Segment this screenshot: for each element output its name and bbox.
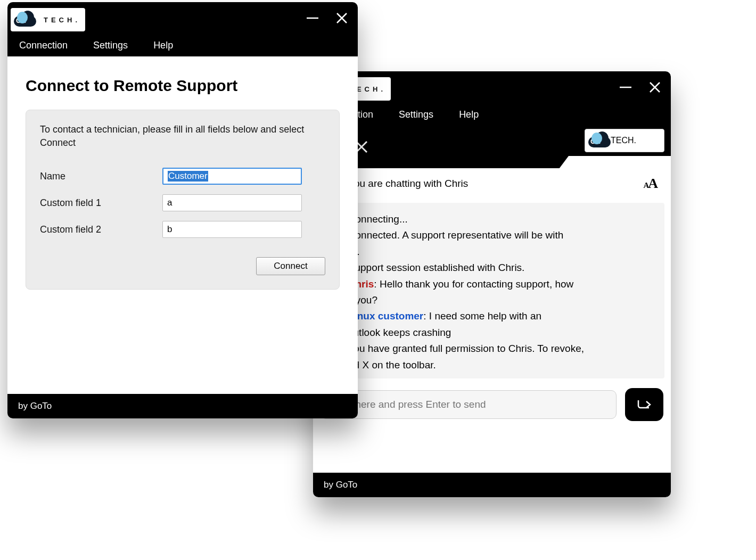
close-icon[interactable] xyxy=(335,12,348,24)
chat-line: AM Linux customer: I need some help with… xyxy=(328,308,656,324)
menu-help[interactable]: Help xyxy=(153,40,173,51)
name-input-selection: Customer xyxy=(168,171,208,182)
connect-window: CX TECH. Connection Settings Help Connec… xyxy=(7,2,358,418)
brand-mark: CX xyxy=(16,17,26,24)
brand-logo: CX TECH. xyxy=(11,8,85,31)
menu-connection[interactable]: Connection xyxy=(19,40,68,51)
cf2-input[interactable] xyxy=(162,221,302,238)
footer: by GoTo xyxy=(7,394,358,418)
chat-window: CX TECH. Connection Settings Help CX TEC… xyxy=(313,71,671,497)
chat-toolbar: CX TECH. xyxy=(313,126,671,168)
chat-log: AM Connecting...AM Connected. A support … xyxy=(319,203,664,378)
chat-title: You are chatting with Chris xyxy=(348,178,468,190)
chat-line: I help you? xyxy=(328,292,656,308)
chat-line: the red X on the toolbar. xyxy=(328,357,656,373)
cf1-label: Custom field 1 xyxy=(40,197,162,209)
chat-composer xyxy=(313,378,671,425)
font-size-toggle[interactable]: AA xyxy=(643,176,657,192)
connect-panel: To contact a technician, please fill in … xyxy=(26,110,340,290)
brand-word: TECH. xyxy=(44,16,80,24)
name-label: Name xyxy=(40,171,162,182)
menu-settings[interactable]: Settings xyxy=(93,40,128,51)
chat-line: AM You have granted full permission to C… xyxy=(328,341,656,357)
cf2-label: Custom field 2 xyxy=(40,224,162,235)
panel-intro: To contact a technician, please fill in … xyxy=(40,123,325,150)
chat-line: AM Support session established with Chri… xyxy=(328,260,656,276)
titlebar: CX TECH. xyxy=(313,71,671,103)
minimize-icon[interactable] xyxy=(306,11,319,25)
send-button[interactable] xyxy=(625,388,663,421)
titlebar: CX TECH. xyxy=(7,2,358,34)
menubar: Connection Settings Help xyxy=(7,34,358,56)
menu-help[interactable]: Help xyxy=(459,109,479,120)
brand-chip: CX TECH. xyxy=(585,129,664,152)
chat-line: AM Chris: Hello thank you for contacting… xyxy=(328,276,656,292)
connect-button[interactable]: Connect xyxy=(256,257,325,275)
chat-line: AM Connected. A support representative w… xyxy=(328,227,656,243)
page-title: Connect to Remote Support xyxy=(26,77,340,95)
cf1-input[interactable] xyxy=(162,194,302,211)
close-icon[interactable] xyxy=(648,81,661,94)
chat-subheader: You are chatting with Chris AA xyxy=(313,168,671,200)
footer: by GoTo xyxy=(313,473,671,497)
chat-input[interactable] xyxy=(321,390,617,419)
chat-line: AM Connecting... xyxy=(328,211,656,227)
minimize-icon[interactable] xyxy=(619,80,632,94)
chat-line: ate, outlook keeps crashing xyxy=(328,325,656,341)
chat-line: shortly. xyxy=(328,244,656,260)
menubar: Connection Settings Help xyxy=(313,103,671,126)
menu-settings[interactable]: Settings xyxy=(399,109,433,120)
